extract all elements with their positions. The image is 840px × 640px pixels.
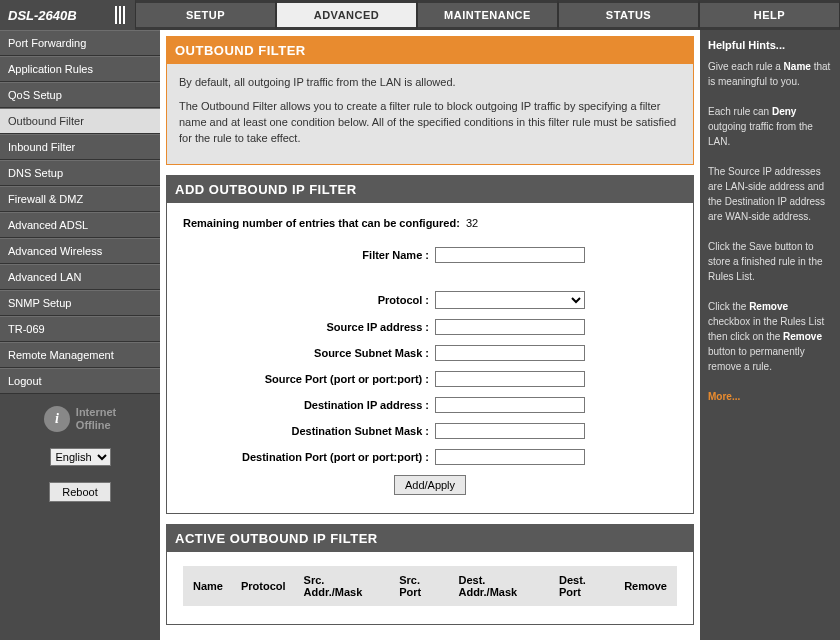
col-protocol: Protocol (233, 568, 294, 604)
label-dst-mask: Destination Subnet Mask : (183, 425, 435, 437)
sidebar-item-advanced-wireless[interactable]: Advanced Wireless (0, 238, 160, 264)
sidebar-item-inbound-filter[interactable]: Inbound Filter (0, 134, 160, 160)
internet-label: Internet (76, 406, 116, 419)
hint-1: Give each rule a Name that is meaningful… (708, 59, 832, 89)
sidebar-item-application-rules[interactable]: Application Rules (0, 56, 160, 82)
helpful-hints: Helpful Hints... Give each rule a Name t… (700, 30, 840, 640)
label-src-ip: Source IP address : (183, 321, 435, 333)
col-remove: Remove (616, 568, 675, 604)
sidebar-item-outbound-filter[interactable]: Outbound Filter (0, 108, 160, 134)
panel-title: ACTIVE OUTBOUND IP FILTER (167, 525, 693, 552)
add-apply-button[interactable]: Add/Apply (394, 475, 466, 495)
add-outbound-panel: ADD OUTBOUND IP FILTER Remaining number … (166, 175, 694, 514)
outbound-filter-panel: OUTBOUND FILTER By default, all outgoing… (166, 36, 694, 165)
internet-status: i Internet Offline (0, 406, 160, 432)
protocol-select[interactable] (435, 291, 585, 309)
sidebar-item-firewall-dmz[interactable]: Firewall & DMZ (0, 186, 160, 212)
outbound-desc-1: By default, all outgoing IP traffic from… (179, 74, 681, 90)
panel-title: OUTBOUND FILTER (167, 37, 693, 64)
filter-name-input[interactable] (435, 247, 585, 263)
main-wrap: Port Forwarding Application Rules QoS Se… (0, 30, 840, 640)
dest-mask-input[interactable] (435, 423, 585, 439)
hints-title: Helpful Hints... (708, 38, 832, 53)
sidebar-item-tr069[interactable]: TR-069 (0, 316, 160, 342)
hint-5: Click the Remove checkbox in the Rules L… (708, 299, 832, 374)
outbound-desc-2: The Outbound Filter allows you to create… (179, 98, 681, 146)
language-select[interactable]: English (50, 448, 111, 466)
sidebar-item-dns-setup[interactable]: DNS Setup (0, 160, 160, 186)
sidebar-item-port-forwarding[interactable]: Port Forwarding (0, 30, 160, 56)
active-filter-panel: ACTIVE OUTBOUND IP FILTER Name Protocol … (166, 524, 694, 625)
sidebar-item-snmp-setup[interactable]: SNMP Setup (0, 290, 160, 316)
remaining-entries: Remaining number of entries that can be … (183, 217, 677, 229)
sidebar-item-advanced-lan[interactable]: Advanced LAN (0, 264, 160, 290)
source-mask-input[interactable] (435, 345, 585, 361)
source-port-input[interactable] (435, 371, 585, 387)
sidebar-item-logout[interactable]: Logout (0, 368, 160, 394)
content: OUTBOUND FILTER By default, all outgoing… (160, 30, 700, 640)
internet-state: Offline (76, 419, 116, 432)
sidebar-item-qos-setup[interactable]: QoS Setup (0, 82, 160, 108)
col-src-port: Src. Port (391, 568, 448, 604)
sidebar-item-advanced-adsl[interactable]: Advanced ADSL (0, 212, 160, 238)
tab-advanced[interactable]: ADVANCED (276, 0, 417, 30)
device-logo: DSL-2640B (0, 0, 135, 30)
col-src-addr: Src. Addr./Mask (296, 568, 390, 604)
sidebar-item-remote-management[interactable]: Remote Management (0, 342, 160, 368)
tab-setup[interactable]: SETUP (135, 0, 276, 30)
hint-3: The Source IP addresses are LAN-side add… (708, 164, 832, 224)
main-tabs: SETUP ADVANCED MAINTENANCE STATUS HELP (135, 0, 840, 30)
tab-status[interactable]: STATUS (558, 0, 699, 30)
col-name: Name (185, 568, 231, 604)
label-protocol: Protocol : (183, 294, 435, 306)
sidebar: Port Forwarding Application Rules QoS Se… (0, 30, 160, 640)
hint-4: Click the Save button to store a finishe… (708, 239, 832, 284)
label-src-mask: Source Subnet Mask : (183, 347, 435, 359)
top-bar: DSL-2640B SETUP ADVANCED MAINTENANCE STA… (0, 0, 840, 30)
tab-maintenance[interactable]: MAINTENANCE (417, 0, 558, 30)
info-icon: i (44, 406, 70, 432)
col-dest-port: Dest. Port (551, 568, 614, 604)
label-dst-port: Destination Port (port or port:port) : (183, 451, 435, 463)
dest-ip-input[interactable] (435, 397, 585, 413)
tab-help[interactable]: HELP (699, 0, 840, 30)
label-src-port: Source Port (port or port:port) : (183, 373, 435, 385)
more-link[interactable]: More... (708, 389, 832, 404)
label-dst-ip: Destination IP address : (183, 399, 435, 411)
label-filter-name: Filter Name : (183, 249, 435, 261)
hint-2: Each rule can Deny outgoing traffic from… (708, 104, 832, 149)
panel-title: ADD OUTBOUND IP FILTER (167, 176, 693, 203)
source-ip-input[interactable] (435, 319, 585, 335)
active-filter-table: Name Protocol Src. Addr./Mask Src. Port … (183, 566, 677, 606)
col-dest-addr: Dest. Addr./Mask (450, 568, 549, 604)
dest-port-input[interactable] (435, 449, 585, 465)
reboot-button[interactable]: Reboot (49, 482, 110, 502)
